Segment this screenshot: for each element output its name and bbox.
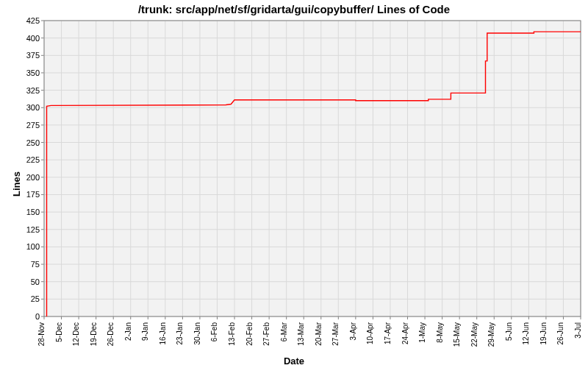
- svg-text:10-Apr: 10-Apr: [366, 322, 374, 344]
- svg-text:175: 175: [26, 190, 40, 199]
- svg-text:8-May: 8-May: [436, 322, 444, 343]
- svg-text:20-Mar: 20-Mar: [315, 322, 323, 345]
- svg-text:275: 275: [26, 121, 40, 130]
- y-axis-label: Lines: [11, 171, 22, 197]
- svg-text:25: 25: [31, 294, 40, 303]
- svg-text:27-Feb: 27-Feb: [262, 322, 270, 346]
- svg-text:22-May: 22-May: [470, 322, 478, 347]
- svg-text:375: 375: [26, 51, 40, 60]
- svg-text:425: 425: [26, 16, 40, 25]
- svg-text:26-Jun: 26-Jun: [556, 322, 564, 345]
- svg-text:30-Jan: 30-Jan: [193, 322, 201, 345]
- svg-text:1-May: 1-May: [418, 322, 426, 343]
- svg-text:27-Mar: 27-Mar: [331, 322, 340, 345]
- svg-text:23-Jan: 23-Jan: [176, 322, 184, 345]
- svg-text:0: 0: [35, 312, 40, 321]
- svg-text:5-Dec: 5-Dec: [55, 322, 63, 342]
- svg-text:6-Mar: 6-Mar: [280, 322, 288, 342]
- svg-text:200: 200: [26, 173, 40, 182]
- svg-text:26-Dec: 26-Dec: [107, 322, 115, 346]
- svg-text:9-Jan: 9-Jan: [141, 322, 149, 341]
- svg-text:350: 350: [26, 68, 40, 77]
- svg-text:125: 125: [26, 225, 40, 234]
- x-axis-label: Date: [0, 355, 588, 367]
- svg-text:20-Feb: 20-Feb: [245, 322, 254, 346]
- chart-svg: 0255075100125150175200225250275300325350…: [0, 0, 588, 368]
- svg-text:19-Jun: 19-Jun: [539, 322, 548, 345]
- svg-rect-0: [44, 21, 581, 316]
- svg-text:5-Jun: 5-Jun: [505, 322, 513, 341]
- svg-text:24-Apr: 24-Apr: [401, 322, 409, 344]
- svg-text:13-Feb: 13-Feb: [228, 322, 236, 346]
- svg-text:325: 325: [26, 86, 40, 95]
- svg-text:3-Jul: 3-Jul: [574, 322, 582, 339]
- chart-container: /trunk: src/app/net/sf/gridarta/gui/copy…: [0, 0, 588, 368]
- svg-text:150: 150: [26, 208, 40, 216]
- svg-text:2-Jan: 2-Jan: [124, 322, 132, 341]
- svg-text:29-May: 29-May: [487, 322, 495, 347]
- svg-text:16-Jan: 16-Jan: [159, 322, 167, 345]
- svg-text:225: 225: [26, 155, 40, 164]
- svg-text:15-May: 15-May: [453, 322, 461, 347]
- svg-text:28-Nov: 28-Nov: [37, 322, 46, 346]
- svg-text:75: 75: [31, 260, 40, 269]
- svg-text:3-Apr: 3-Apr: [349, 322, 357, 340]
- svg-text:19-Dec: 19-Dec: [90, 322, 98, 346]
- chart-title: /trunk: src/app/net/sf/gridarta/gui/copy…: [0, 3, 588, 15]
- svg-text:300: 300: [26, 103, 40, 112]
- svg-text:100: 100: [26, 242, 40, 251]
- svg-text:250: 250: [26, 138, 40, 147]
- svg-text:6-Feb: 6-Feb: [210, 322, 218, 342]
- svg-text:12-Dec: 12-Dec: [72, 322, 80, 346]
- svg-text:50: 50: [31, 277, 40, 286]
- svg-text:12-Jun: 12-Jun: [522, 322, 530, 345]
- svg-text:13-Mar: 13-Mar: [297, 322, 305, 345]
- svg-text:17-Apr: 17-Apr: [384, 322, 392, 344]
- svg-text:400: 400: [26, 34, 40, 43]
